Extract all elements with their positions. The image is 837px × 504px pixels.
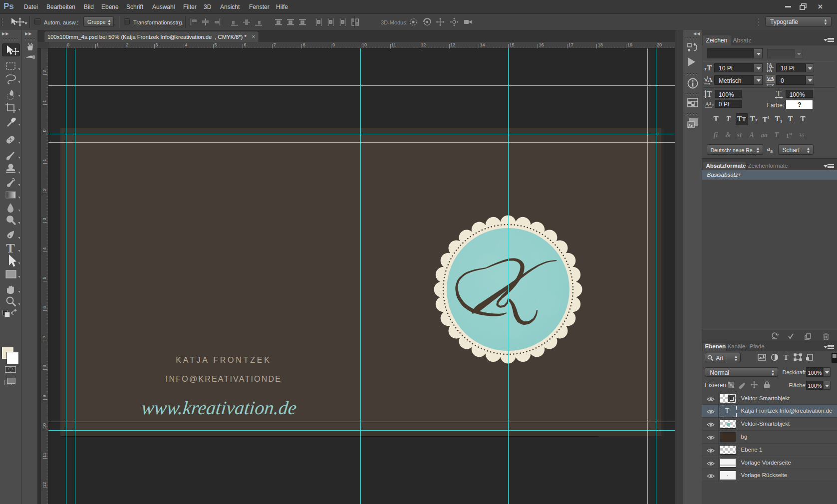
svg-text:T: T — [6, 241, 14, 255]
svg-text:T: T — [707, 89, 712, 99]
svg-text:A: A — [708, 76, 713, 83]
svg-text:T: T — [784, 354, 789, 361]
svg-text:T: T — [776, 89, 782, 98]
svg-text:fx: fx — [688, 122, 693, 128]
svg-text:a: a — [709, 100, 712, 106]
svg-text:A: A — [769, 67, 773, 73]
